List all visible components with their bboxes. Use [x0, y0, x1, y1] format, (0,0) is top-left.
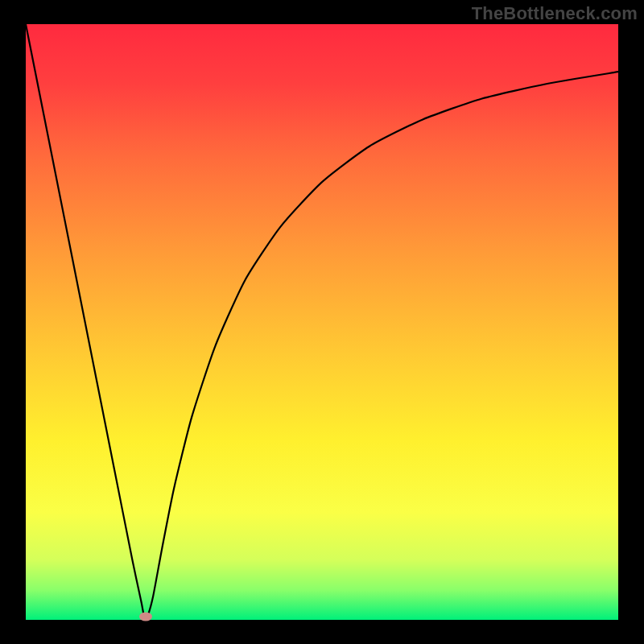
- bottleneck-curve: [26, 24, 618, 618]
- chart-frame: TheBottleneck.com: [0, 0, 644, 644]
- curve-layer: [26, 24, 618, 620]
- watermark-text: TheBottleneck.com: [472, 3, 638, 24]
- optimal-point-marker: [139, 613, 152, 621]
- plot-area: [26, 24, 618, 620]
